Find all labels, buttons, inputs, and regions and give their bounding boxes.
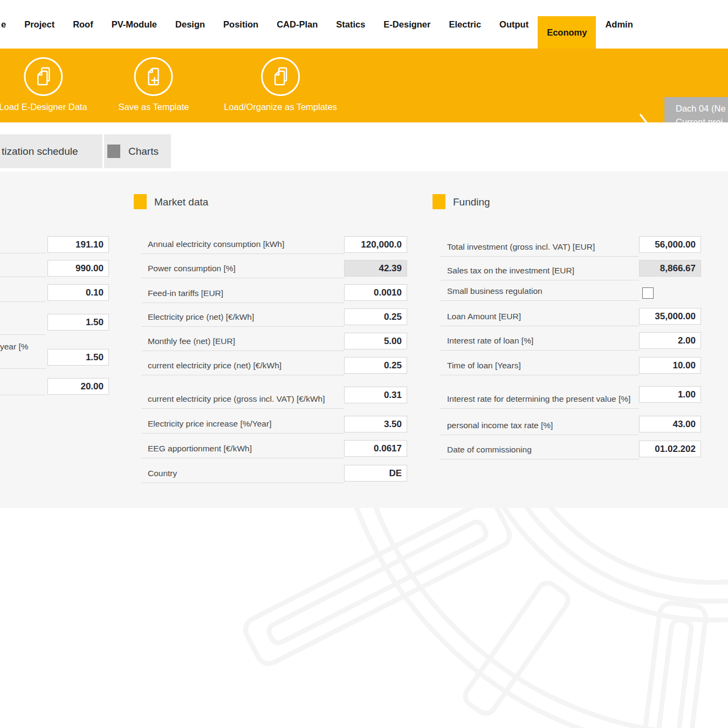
menu-item-output[interactable]: Output [490,0,538,49]
row-divider [441,408,639,409]
field-label: current electricity price (gross incl. V… [148,393,338,404]
row-divider [0,368,46,369]
section-bullet-icon [432,194,445,209]
background-watermark-logo [0,508,728,728]
row-divider [141,278,344,278]
field-input[interactable]: 01.02.202 [639,441,701,457]
row-divider [441,280,639,280]
field-input[interactable]: 3.50 [344,416,407,432]
field-label: EEG apportionment [€/kWh] [148,443,338,454]
tab-label: tization schedule [2,146,78,157]
field-label: Time of loan [Years] [447,360,637,371]
row-divider [141,408,344,409]
row-divider [141,253,344,254]
section-bullet-icon [134,194,147,209]
funding-section-title: Funding [453,196,490,208]
row-divider [141,458,344,458]
row-divider [0,301,46,302]
row-divider [441,435,639,435]
field-label: Small business regulation [447,285,637,297]
field-input[interactable]: 1.50 [47,314,109,331]
row-divider [0,277,46,277]
menu-item-design[interactable]: Design [166,0,214,49]
row-divider [441,256,639,257]
menu-item-position[interactable]: Position [214,0,267,49]
field-label: personal income tax rate [%] [447,420,637,431]
field-input[interactable]: 43.00 [639,416,701,432]
menu-item-e[interactable]: e [0,0,15,49]
menu-item-pv-module[interactable]: PV-Module [102,0,166,49]
load-organize-as-templates-button[interactable]: Load/Organize as Templates [224,57,337,112]
field-label: Date of commissioning [447,444,637,455]
menu-item-e-designer[interactable]: E-Designer [374,0,439,49]
row-divider [441,375,639,375]
row-divider [0,395,46,395]
toolbar-button-label: Save as Template [119,102,189,112]
tab-label: Charts [128,146,159,157]
field-input[interactable]: 0.0617 [344,440,407,457]
field-label: Interest rate of loan [%] [447,335,637,346]
row-divider [441,350,639,351]
field-input[interactable]: 5.00 [344,333,407,349]
menu-item-statics[interactable]: Statics [327,0,374,49]
menu-item-cad-plan[interactable]: CAD-Plan [267,0,327,49]
row-divider [141,375,344,375]
menu-item-admin[interactable]: Admin [596,0,642,49]
field-label: Total investment (gross incl. VAT) [EUR] [447,241,637,252]
field-label: Feed-in tariffs [EUR] [148,287,338,299]
field-label: Sales tax on the investment [EUR] [447,265,637,276]
menu-item-electric[interactable]: Electric [439,0,490,49]
field-input[interactable]: 0.0010 [344,284,407,301]
field-label: Power consumption [%] [148,263,338,274]
field-input[interactable]: 1.50 [47,349,109,366]
field-input[interactable]: DE [344,465,407,482]
field-label: Loan Amount [EUR] [447,311,637,322]
field-input[interactable]: 20.00 [47,378,109,395]
field-input[interactable]: 35,000.00 [639,308,701,325]
tab-charts[interactable]: Charts [104,134,171,168]
market-data-section-title: Market data [154,196,208,208]
field-input[interactable]: 120,000.0 [344,236,407,253]
field-input[interactable]: 56,000.00 [639,236,701,253]
row-divider [141,483,344,483]
row-divider [441,326,639,326]
field-label: Country [148,468,338,479]
truncated-field-label: year [% [0,342,29,352]
field-input[interactable]: 990.00 [47,260,109,277]
field-label: Monthly fee (net) [EUR] [148,335,338,347]
field-label: Interest rate for determining the presen… [447,393,637,404]
project-info-line: Dach 04 (Ne [676,102,728,115]
add-document-icon [134,57,173,96]
field-input[interactable]: 191.10 [47,236,109,253]
copy-documents-icon [24,57,63,96]
field-input[interactable]: 2.00 [639,332,701,349]
toolbar-button-label: Load/Organize as Templates [224,102,337,112]
field-label: Annual electricity consumption [kWh] [148,238,338,250]
row-divider [441,300,639,301]
field-input[interactable]: 1.00 [639,386,701,403]
field-input[interactable]: 0.31 [344,387,407,403]
field-input[interactable]: 0.25 [344,308,407,325]
ribbon-toolbar: Load E-Designer DataSave as TemplateLoad… [0,49,728,122]
menu-item-economy[interactable]: Economy [538,16,596,49]
chevron-right-icon[interactable] [638,112,657,122]
field-input: 8,866.67 [639,260,701,277]
row-divider [441,459,639,459]
project-info-line: Current proj [676,115,728,122]
field-input[interactable]: 0.25 [344,357,407,374]
row-divider [141,303,344,303]
field-input[interactable]: 0.10 [47,284,109,301]
load-e-designer-data-button[interactable]: Load E-Designer Data [0,57,87,112]
main-menu-bar: eProjectRoofPV-ModuleDesignPositionCAD-P… [0,0,728,49]
economy-form-panel: Market data Funding year [% 191.10990.00… [0,171,728,508]
tab-amortization-schedule[interactable]: tization schedule [0,134,102,168]
field-input: 42.39 [344,260,407,277]
save-as-template-button[interactable]: Save as Template [119,57,189,112]
tab-square-icon [107,145,120,158]
field-input[interactable]: 10.00 [639,357,701,374]
menu-item-roof[interactable]: Roof [64,0,102,49]
toolbar-button-label: Load E-Designer Data [0,102,87,112]
small-business-regulation-checkbox[interactable] [642,287,654,299]
menu-item-project[interactable]: Project [15,0,64,49]
row-divider [141,433,344,434]
